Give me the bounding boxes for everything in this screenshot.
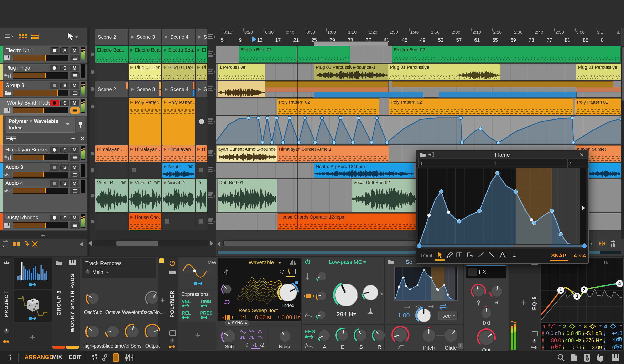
modulator-knob-icon[interactable] (2, 327, 11, 336)
index-knob[interactable] (277, 282, 299, 303)
record-arm-button[interactable] (50, 215, 59, 221)
arranger-clip[interactable]: Drift Bed 01 (217, 179, 277, 212)
expression-rel[interactable]: REL (182, 310, 191, 316)
phase-cycle-icon[interactable] (223, 299, 231, 305)
launcher-clip[interactable]: Plug 01 Per... (162, 64, 195, 80)
spread-knob[interactable] (479, 306, 494, 320)
eq-band-hz-value[interactable]: 276 Hz (583, 337, 602, 343)
launcher-stop-button[interactable] (91, 168, 94, 172)
remote-knob-osc-sub[interactable] (85, 291, 101, 306)
launcher-clip[interactable]: Poly Patter... (162, 98, 195, 145)
launcher-clip[interactable]: Electro Bea... (95, 46, 128, 63)
close-icon[interactable]: ✕ (579, 152, 584, 158)
launcher-clip[interactable]: Pl (196, 64, 207, 80)
view-toggle-arrange[interactable]: ARRANGE (25, 354, 53, 361)
expressions-tile[interactable]: ExpressionsVELTIMBRELPRES (179, 290, 216, 321)
cursor-tool-icon[interactable] (436, 251, 444, 259)
mute-button[interactable]: M (70, 180, 79, 187)
volume-slider[interactable] (13, 222, 68, 228)
arranger-clip[interactable] (217, 81, 265, 97)
tri-tool-icon[interactable] (499, 251, 507, 259)
follow-playhead-button[interactable] (609, 239, 619, 248)
filter-cutoff-knob[interactable] (333, 282, 360, 308)
automation-param-selector[interactable]: Polymer » WavetableIndex (6, 117, 75, 133)
mute-button[interactable]: M (70, 82, 79, 89)
automation-add-button[interactable]: + (70, 135, 77, 142)
eq-band-q-value[interactable]: 3.09 (583, 344, 602, 350)
launcher-stop-button[interactable] (91, 53, 94, 56)
sync-badge[interactable]: ▲ SYNC ▲ (226, 319, 249, 326)
clip-slot-empty[interactable] (95, 163, 128, 178)
arranger-vscroll-thumb[interactable] (622, 46, 624, 101)
eq-band-header-1[interactable]: 14 (542, 323, 562, 330)
hz-value[interactable]: ± 0.00 Hz (277, 314, 300, 320)
flame-play-arrow[interactable] (582, 206, 585, 210)
clip-slot-empty[interactable] (95, 213, 128, 230)
track-menu-button[interactable] (70, 107, 80, 114)
group-scene-cell[interactable]: Scene 3 (129, 81, 161, 97)
volume-slider[interactable] (13, 55, 68, 61)
grid-size-value[interactable]: 4 × 4 (574, 252, 586, 259)
global-icons[interactable] (555, 352, 622, 363)
launcher-clip[interactable]: Neutr... (162, 163, 195, 178)
filter-type-select[interactable]: Low-pass MG (323, 259, 368, 266)
segments-rate-knob[interactable] (415, 307, 433, 324)
track-row-himalayan-sunset[interactable]: Himalayan SunsetSM (0, 145, 87, 162)
remote-knob-vel-sens-[interactable] (125, 323, 141, 340)
eq-band-header-3[interactable]: 3 (583, 323, 602, 330)
arranger-clip[interactable]: Plug 01 Percussive-bounce-1 (314, 64, 388, 80)
view-toggle-edit[interactable]: EDIT (69, 354, 81, 361)
arranger-clip[interactable] (588, 163, 621, 178)
solo-button[interactable]: S (60, 100, 70, 106)
launcher-clip[interactable]: Plug 01 Per... (129, 64, 161, 80)
track-row-rusty-rhodes[interactable]: Rusty RhodesSM (0, 213, 87, 230)
clip-slot-stop[interactable] (129, 163, 161, 178)
arranger-clip[interactable]: Neutro ArpPerc 124bpm (314, 163, 414, 178)
arranger-clip[interactable]: 1 Percussive (217, 64, 265, 80)
mute-button[interactable]: M (70, 47, 79, 54)
group-scene-cell[interactable]: Scene 2 (95, 81, 128, 97)
expand-icon[interactable] (169, 330, 176, 336)
ruler-scroll-up[interactable] (616, 31, 621, 34)
expression-pres[interactable]: PRES (200, 310, 212, 316)
flame-header[interactable]: Flame✕ (416, 150, 588, 159)
remote-knob-glide-time[interactable] (105, 323, 121, 340)
clip-slot-empty[interactable] (95, 64, 128, 80)
sub-octave-0[interactable]: 0 (245, 342, 248, 348)
record-arm-button[interactable] (50, 147, 59, 153)
rampdown-tool-icon[interactable] (488, 251, 496, 259)
filter-env-amount-knob[interactable] (315, 270, 329, 283)
clip-slot-empty[interactable] (95, 98, 128, 145)
clip-slot-record[interactable] (196, 98, 207, 145)
arranger-clip[interactable]: Plug 01 Percussive (576, 64, 621, 80)
expression-timb[interactable]: TIMB (200, 299, 211, 304)
sub-knob[interactable] (221, 328, 237, 344)
launcher-scroll-left[interactable] (88, 241, 92, 246)
feg-knob-a[interactable] (317, 328, 332, 343)
flame-range-bar[interactable] (418, 244, 586, 248)
sub-octave--1[interactable]: -1 (253, 342, 257, 348)
track-menu-button[interactable] (70, 222, 80, 229)
arranger-clip[interactable]: Poly Pattern 02 (575, 98, 621, 115)
automation-pin-button[interactable] (76, 117, 85, 132)
wavetable-type-select[interactable]: Wavetable (242, 259, 280, 266)
remotes-header[interactable]: Track RemotesMain (81, 258, 156, 277)
solo-button[interactable]: S (60, 215, 70, 221)
eq-band-header-2[interactable]: 2 (562, 323, 582, 330)
track-list-menu-icon[interactable] (4, 33, 14, 41)
launcher-stop-button[interactable] (91, 152, 94, 155)
solo-button[interactable]: S (60, 164, 70, 171)
rampup-tool-icon[interactable] (478, 251, 485, 259)
clip-slot-stop[interactable] (196, 213, 207, 230)
filter-keytrack-knob[interactable] (315, 289, 329, 302)
wavetable-phase-knob[interactable] (221, 283, 233, 296)
feg-knob-d[interactable] (335, 328, 350, 343)
sub-octave--2[interactable]: -2 (260, 342, 264, 348)
arranger-view-icon[interactable] (31, 33, 40, 40)
remote-knob-high-pass[interactable] (85, 323, 101, 340)
solo-button[interactable]: S (60, 65, 70, 71)
scene-header-3[interactable]: Scene 3 (129, 29, 161, 45)
device-knob-icon[interactable] (530, 337, 539, 345)
launcher-clip[interactable]: Himalayan ... (129, 145, 161, 162)
solo-button[interactable]: S (60, 147, 70, 153)
